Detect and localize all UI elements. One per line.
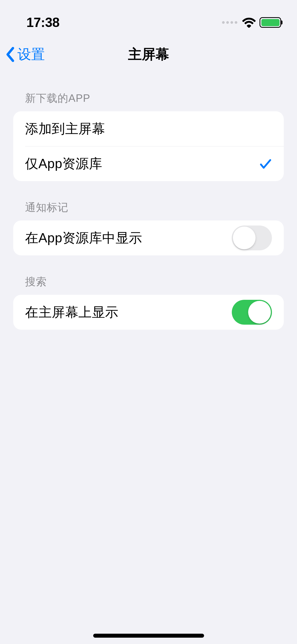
group-badges: 在App资源库中显示	[13, 220, 284, 255]
checkmark-icon	[259, 157, 272, 171]
navigation-bar: 设置 主屏幕	[0, 37, 297, 72]
home-indicator[interactable]	[93, 634, 204, 638]
status-bar: 17:38	[0, 0, 297, 37]
section-header-badges: 通知标记	[13, 181, 284, 220]
battery-icon	[260, 17, 281, 28]
cellular-dots-icon	[222, 21, 237, 24]
row-label: 在主屏幕上显示	[25, 303, 119, 321]
toggle-show-on-home[interactable]	[232, 300, 272, 325]
status-time: 17:38	[26, 15, 59, 30]
page-title: 主屏幕	[128, 45, 169, 64]
back-button[interactable]: 设置	[5, 45, 45, 64]
status-indicators	[222, 17, 281, 28]
group-new-downloads: 添加到主屏幕 仅App资源库	[13, 111, 284, 181]
row-show-in-app-library: 在App资源库中显示	[13, 220, 284, 255]
content: 新下载的APP 添加到主屏幕 仅App资源库 通知标记 在App资源库中显示 搜…	[0, 72, 297, 330]
chevron-left-icon	[5, 47, 15, 62]
wifi-icon	[242, 17, 256, 28]
section-header-new-downloads: 新下载的APP	[13, 72, 284, 111]
row-label: 仅App资源库	[25, 155, 102, 173]
back-label: 设置	[17, 45, 45, 64]
toggle-show-in-app-library[interactable]	[232, 226, 272, 250]
row-label: 在App资源库中显示	[25, 229, 142, 247]
section-header-search: 搜索	[13, 255, 284, 295]
row-label: 添加到主屏幕	[25, 120, 105, 138]
option-add-to-home[interactable]: 添加到主屏幕	[13, 111, 284, 146]
row-show-on-home: 在主屏幕上显示	[13, 295, 284, 330]
group-search: 在主屏幕上显示	[13, 295, 284, 330]
option-app-library-only[interactable]: 仅App资源库	[25, 146, 284, 181]
